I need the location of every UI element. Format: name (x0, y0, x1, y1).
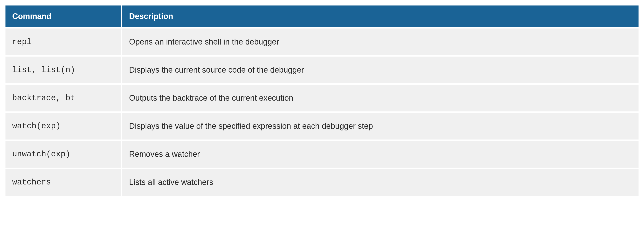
header-description: Description (122, 6, 638, 27)
header-command: Command (6, 6, 121, 27)
description-cell: Displays the current source code of the … (122, 57, 638, 83)
description-cell: Opens an interactive shell in the debugg… (122, 29, 638, 55)
command-cell: list, list(n) (6, 57, 121, 83)
command-cell: watchers (6, 169, 121, 196)
debugger-commands-table: Command Description repl Opens an intera… (4, 4, 640, 197)
command-cell: backtrace, bt (6, 85, 121, 111)
description-cell: Outputs the backtrace of the current exe… (122, 85, 638, 111)
table-row: watchers Lists all active watchers (6, 169, 638, 196)
description-cell: Removes a watcher (122, 141, 638, 168)
command-cell: watch(exp) (6, 113, 121, 140)
table-row: backtrace, bt Outputs the backtrace of t… (6, 85, 638, 111)
description-cell: Displays the value of the specified expr… (122, 113, 638, 140)
table-row: watch(exp) Displays the value of the spe… (6, 113, 638, 140)
table-header-row: Command Description (6, 6, 638, 27)
table-row: repl Opens an interactive shell in the d… (6, 29, 638, 55)
command-cell: unwatch(exp) (6, 141, 121, 168)
command-cell: repl (6, 29, 121, 55)
table-row: unwatch(exp) Removes a watcher (6, 141, 638, 168)
description-cell: Lists all active watchers (122, 169, 638, 196)
table-row: list, list(n) Displays the current sourc… (6, 57, 638, 83)
